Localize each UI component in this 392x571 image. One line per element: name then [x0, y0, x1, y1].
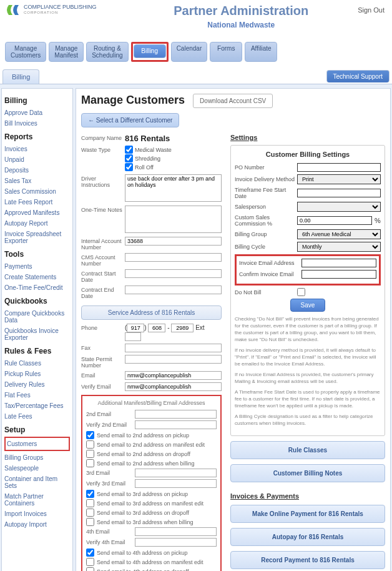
sidebar-item-approve-data[interactable]: Approve Data	[4, 107, 70, 118]
salesperson-select[interactable]	[297, 202, 381, 212]
sidebar-item-compare-quickbooks-data[interactable]: Compare Quickbooks Data	[4, 308, 70, 325]
sidebar-item-one-time-fee-credit[interactable]: One-Time Fee/Credit	[4, 282, 70, 293]
tf-input[interactable]	[297, 189, 381, 197]
nav-forms[interactable]: Forms	[210, 42, 242, 62]
onetime-notes-input[interactable]	[125, 206, 222, 233]
sidebar-item-autopay-report[interactable]: Autopay Report	[4, 218, 70, 229]
addl-check[interactable]	[86, 509, 94, 517]
addl-check[interactable]	[86, 459, 94, 467]
do-not-bill-checkbox[interactable]	[297, 288, 305, 296]
rule-classes-button[interactable]: Rule Classes	[230, 441, 385, 459]
sidebar-item-flat-fees[interactable]: Flat Fees	[4, 390, 70, 400]
ip-button-make-online-payment-for-816-rentals[interactable]: Make Online Payment for 816 Rentals	[230, 505, 385, 523]
sidebar-item-match-partner-containers[interactable]: Match Partner Containers	[4, 491, 70, 509]
nav-affiliate[interactable]: Affiliate	[245, 42, 277, 62]
sidebar-item-pickup-rules[interactable]: Pickup Rules	[4, 369, 70, 379]
permit-input[interactable]	[125, 355, 222, 364]
sidebar-item-customers[interactable]: Customers	[7, 439, 67, 449]
sidebar-item-import-invoices[interactable]: Import Invoices	[4, 509, 70, 519]
sidebar-item-deposits[interactable]: Deposits	[4, 165, 70, 176]
help-text: If no Invoice Email Address is provided,…	[235, 371, 381, 385]
invoice-email-input[interactable]	[301, 259, 376, 267]
sidebar-item-late-fees-report[interactable]: Late Fees Report	[4, 197, 70, 207]
email-label: Email	[81, 371, 125, 379]
sidebar-item-create-statements[interactable]: Create Statements	[4, 272, 70, 282]
addl-check[interactable]	[86, 499, 94, 507]
addl-2nd-email-input[interactable]	[135, 410, 217, 419]
cms-acct-input[interactable]	[125, 253, 222, 262]
waste-medical-waste-checkbox[interactable]	[125, 146, 133, 154]
sidebar-item-quickbooks-invoice-exporter[interactable]: Quickbooks Invoice Exporter	[4, 325, 70, 343]
po-input[interactable]	[297, 163, 381, 172]
sidebar-item-tax-percentage-fees[interactable]: Tax/Percentage Fees	[4, 400, 70, 411]
help-text: If no invoice delivery method is provide…	[235, 347, 381, 367]
commission-input[interactable]	[297, 216, 372, 225]
billing-cycle-select[interactable]: Monthly	[297, 242, 381, 252]
main-nav: ManageCustomersManageManifestRouting &Sc…	[0, 31, 392, 66]
addl-3rd-verify-input[interactable]	[135, 479, 217, 488]
addl-check[interactable]	[86, 490, 94, 498]
tab-billing[interactable]: Billing	[2, 69, 39, 84]
download-csv-button[interactable]: Download Account CSV	[193, 94, 273, 108]
phone-prefix-input[interactable]	[148, 324, 165, 332]
email-input[interactable]	[125, 371, 222, 380]
sidebar-item-salespeople[interactable]: Salespeople	[4, 463, 70, 474]
phone-area-input[interactable]	[127, 324, 144, 332]
sidebar-item-approved-manifests[interactable]: Approved Manifests	[4, 207, 70, 218]
billing-notes-button[interactable]: Customer Billing Notes	[230, 464, 385, 482]
addl-check[interactable]	[86, 450, 94, 458]
verify-email-input[interactable]	[125, 382, 222, 391]
sidebar-item-sales-commission[interactable]: Sales Commission	[4, 186, 70, 197]
addl-check[interactable]	[86, 567, 94, 571]
sidebar-item-autopay-import[interactable]: Autopay Import	[4, 519, 70, 530]
driver-instructions-input[interactable]: use back door enter after 3 pm and on ho…	[125, 174, 222, 202]
addl-check[interactable]	[86, 518, 94, 526]
sidebar-item-invoice-spreadsheet-exporter[interactable]: Invoice Spreadsheet Exporter	[4, 229, 70, 246]
select-customer-button[interactable]: ← Select a Different Customer	[81, 113, 179, 127]
service-address-button[interactable]: Service Address of 816 Rentals	[81, 305, 222, 320]
waste-roll-off-checkbox[interactable]	[125, 163, 133, 171]
nav-calendar[interactable]: Calendar	[171, 42, 208, 62]
sidebar-item-unpaid[interactable]: Unpaid	[4, 154, 70, 165]
addl-check[interactable]	[86, 549, 94, 557]
addl-3rd-email-input[interactable]	[135, 469, 217, 477]
addl-check[interactable]	[86, 558, 94, 566]
delivery-select[interactable]: Print	[297, 174, 381, 184]
addl-check[interactable]	[86, 431, 94, 439]
invoice-email-highlight: Invoice Email Address Confirm Invoice Em…	[235, 254, 381, 286]
sidebar-item-container-and-item-sets[interactable]: Container and Item Sets	[4, 474, 70, 491]
addl-4th-verify-input[interactable]	[135, 538, 217, 547]
technical-support-button[interactable]: Technical Support	[326, 70, 390, 82]
nav-routing-[interactable]: Routing &Scheduling	[86, 42, 128, 62]
sidebar-item-rule-classes[interactable]: Rule Classes	[4, 358, 70, 369]
sidebar-item-late-fees[interactable]: Late Fees	[4, 411, 70, 422]
ip-button-record-payment-to-816-rentals[interactable]: Record Payment to 816 Rentals	[230, 551, 385, 569]
signout-link[interactable]: Sign Out	[358, 6, 385, 14]
sidebar-item-invoices[interactable]: Invoices	[4, 144, 70, 154]
addl-4th-email-input[interactable]	[135, 527, 217, 536]
fax-input[interactable]	[125, 344, 222, 352]
contract-end-input[interactable]	[125, 286, 222, 294]
sidebar-item-sales-tax[interactable]: Sales Tax	[4, 176, 70, 186]
sidebar-item-bill-invoices[interactable]: Bill Invoices	[4, 118, 70, 129]
nav-billing[interactable]: Billing	[134, 44, 166, 58]
confirm-invoice-email-input[interactable]	[301, 270, 376, 279]
addl-2nd-verify-input[interactable]	[135, 420, 217, 429]
contract-start-input[interactable]	[125, 269, 222, 278]
internal-acct-input[interactable]	[125, 237, 222, 246]
nav-manage[interactable]: ManageManifest	[49, 42, 84, 62]
phone-line-input[interactable]	[171, 324, 194, 332]
addl-check-label: Send email to 2nd address when billing	[97, 460, 195, 467]
sidebar-item-billing-groups[interactable]: Billing Groups	[4, 452, 70, 463]
phone-ext-input[interactable]	[125, 332, 141, 341]
ip-button-autopay-for-816-rentals[interactable]: Autopay for 816 Rentals	[230, 528, 385, 546]
nav-manage[interactable]: ManageCustomers	[5, 42, 46, 62]
save-button[interactable]: Save	[290, 299, 326, 312]
sidebar-item-delivery-rules[interactable]: Delivery Rules	[4, 379, 70, 390]
billing-group-select[interactable]: 6th Avenue Medical	[297, 229, 381, 239]
title-block: Partner Administration National Medwaste	[97, 4, 386, 29]
waste-shredding-checkbox[interactable]	[125, 154, 133, 162]
sidebar-item-payments[interactable]: Payments	[4, 261, 70, 272]
addl-check-label: Send email to 4th address on pickup	[97, 550, 188, 556]
addl-check[interactable]	[86, 440, 94, 449]
